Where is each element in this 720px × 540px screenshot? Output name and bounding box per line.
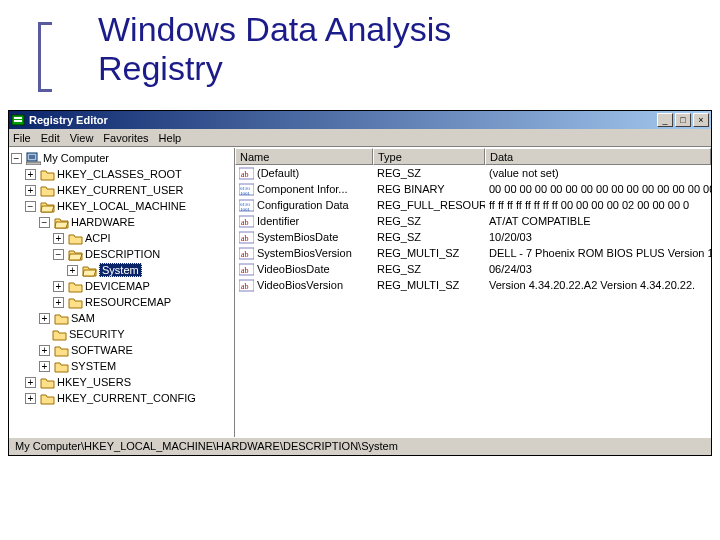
svg-text:1001: 1001 <box>240 191 251 196</box>
expand-icon[interactable]: + <box>67 265 78 276</box>
tree-item-resourcemap[interactable]: + RESOURCEMAP <box>11 294 232 310</box>
slide-title-line2: Registry <box>98 49 223 87</box>
cell-data: Version 4.34.20.22.A2 Version 4.34.20.22… <box>485 279 711 291</box>
tree-item-system[interactable]: + SYSTEM <box>11 358 232 374</box>
list-item[interactable]: abVideoBiosVersionREG_MULTI_SZVersion 4.… <box>235 277 711 293</box>
collapse-icon[interactable]: − <box>11 153 22 164</box>
value-name: Component Infor... <box>257 183 348 195</box>
expand-icon[interactable]: + <box>39 345 50 356</box>
value-name: Configuration Data <box>257 199 349 211</box>
svg-text:ab: ab <box>241 218 249 227</box>
expand-icon[interactable]: + <box>25 393 36 404</box>
tree-root[interactable]: − My Computer <box>11 150 232 166</box>
tree-item-hardware[interactable]: − HARDWARE <box>11 214 232 230</box>
expand-icon[interactable]: + <box>53 233 64 244</box>
menu-edit[interactable]: Edit <box>41 132 60 144</box>
list-item[interactable]: abVideoBiosDateREG_SZ06/24/03 <box>235 261 711 277</box>
cell-name: 01101001Configuration Data <box>235 199 373 212</box>
tree-item-system-selected[interactable]: + System <box>11 262 232 278</box>
menu-view[interactable]: View <box>70 132 94 144</box>
tree-label: DEVICEMAP <box>85 280 150 292</box>
expand-icon[interactable]: + <box>25 377 36 388</box>
cell-name: abVideoBiosVersion <box>235 279 373 292</box>
menu-favorites[interactable]: Favorites <box>103 132 148 144</box>
string-value-icon: ab <box>239 279 254 292</box>
tree-item-sam[interactable]: + SAM <box>11 310 232 326</box>
header-type[interactable]: Type <box>373 148 485 165</box>
cell-data: 00 00 00 00 00 00 00 00 00 00 00 00 00 0… <box>485 183 711 195</box>
cell-data: ff ff ff ff ff ff ff ff 00 00 00 00 02 0… <box>485 199 711 211</box>
tree-item-description[interactable]: − DESCRIPTION <box>11 246 232 262</box>
cell-name: abSystemBiosVersion <box>235 247 373 260</box>
list-item[interactable]: abSystemBiosDateREG_SZ10/20/03 <box>235 229 711 245</box>
cell-type: REG_SZ <box>373 167 485 179</box>
collapse-icon[interactable]: − <box>53 249 64 260</box>
tree-item-security[interactable]: SECURITY <box>11 326 232 342</box>
expand-icon[interactable]: + <box>53 297 64 308</box>
titlebar[interactable]: Registry Editor _ □ × <box>9 111 711 129</box>
header-name[interactable]: Name <box>235 148 373 165</box>
listview-header: Name Type Data <box>235 148 711 165</box>
tree-item-hkcr[interactable]: + HKEY_CLASSES_ROOT <box>11 166 232 182</box>
tree-item-devicemap[interactable]: + DEVICEMAP <box>11 278 232 294</box>
tree-item-hku[interactable]: + HKEY_USERS <box>11 374 232 390</box>
cell-data: (value not set) <box>485 167 711 179</box>
list-item[interactable]: abSystemBiosVersionREG_MULTI_SZDELL - 7 … <box>235 245 711 261</box>
tree-item-acpi[interactable]: + ACPI <box>11 230 232 246</box>
tree-label: RESOURCEMAP <box>85 296 171 308</box>
value-name: VideoBiosDate <box>257 263 330 275</box>
folder-icon <box>54 312 69 325</box>
tree-label: DESCRIPTION <box>85 248 160 260</box>
cell-name: abSystemBiosDate <box>235 231 373 244</box>
expand-icon[interactable]: + <box>25 169 36 180</box>
expand-icon[interactable]: + <box>39 313 50 324</box>
registry-editor-window: Registry Editor _ □ × File Edit View Fav… <box>8 110 712 456</box>
tree-item-hklm[interactable]: − HKEY_LOCAL_MACHINE <box>11 198 232 214</box>
folder-icon <box>40 184 55 197</box>
header-data[interactable]: Data <box>485 148 711 165</box>
string-value-icon: ab <box>239 215 254 228</box>
minimize-button[interactable]: _ <box>657 113 673 127</box>
tree-item-hkcu[interactable]: + HKEY_CURRENT_USER <box>11 182 232 198</box>
cell-data: 10/20/03 <box>485 231 711 243</box>
list-item[interactable]: abIdentifierREG_SZAT/AT COMPATIBLE <box>235 213 711 229</box>
slide-header: Windows Data Analysis Registry <box>0 0 720 110</box>
svg-text:ab: ab <box>241 250 249 259</box>
expand-icon[interactable]: + <box>39 361 50 372</box>
menu-help[interactable]: Help <box>159 132 182 144</box>
tree-label: SOFTWARE <box>71 344 133 356</box>
folder-icon <box>68 296 83 309</box>
tree-label: HKEY_CLASSES_ROOT <box>57 168 182 180</box>
value-name: SystemBiosVersion <box>257 247 352 259</box>
maximize-button[interactable]: □ <box>675 113 691 127</box>
svg-text:ab: ab <box>241 282 249 291</box>
folder-icon <box>54 360 69 373</box>
expand-icon[interactable]: + <box>53 281 64 292</box>
collapse-icon[interactable]: − <box>25 201 36 212</box>
tree-label: SYSTEM <box>71 360 116 372</box>
tree-item-hkcc[interactable]: + HKEY_CURRENT_CONFIG <box>11 390 232 406</box>
svg-text:ab: ab <box>241 234 249 243</box>
window-title: Registry Editor <box>29 114 653 126</box>
listview-body: ab(Default)REG_SZ(value not set)01101001… <box>235 165 711 437</box>
folder-icon <box>40 376 55 389</box>
list-item[interactable]: 01101001Component Infor...REG BINARY00 0… <box>235 181 711 197</box>
tree-label: HKEY_CURRENT_USER <box>57 184 184 196</box>
list-item[interactable]: 01101001Configuration DataREG_FULL_RESOU… <box>235 197 711 213</box>
menu-file[interactable]: File <box>13 132 31 144</box>
cell-type: REG BINARY <box>373 183 485 195</box>
list-item[interactable]: ab(Default)REG_SZ(value not set) <box>235 165 711 181</box>
registry-tree[interactable]: − My Computer + HKEY_CLASSES_ROOT + HKEY… <box>9 148 235 437</box>
tree-item-software[interactable]: + SOFTWARE <box>11 342 232 358</box>
statusbar: My Computer\HKEY_LOCAL_MACHINE\HARDWARE\… <box>9 437 711 455</box>
status-path: My Computer\HKEY_LOCAL_MACHINE\HARDWARE\… <box>15 440 398 452</box>
binary-value-icon: 01101001 <box>239 199 254 212</box>
cell-name: abVideoBiosDate <box>235 263 373 276</box>
values-listview[interactable]: Name Type Data ab(Default)REG_SZ(value n… <box>235 148 711 437</box>
close-button[interactable]: × <box>693 113 709 127</box>
slide-title-line1: Windows Data Analysis <box>98 10 451 48</box>
folder-icon <box>54 344 69 357</box>
expand-icon[interactable]: + <box>25 185 36 196</box>
collapse-icon[interactable]: − <box>39 217 50 228</box>
folder-icon <box>40 392 55 405</box>
